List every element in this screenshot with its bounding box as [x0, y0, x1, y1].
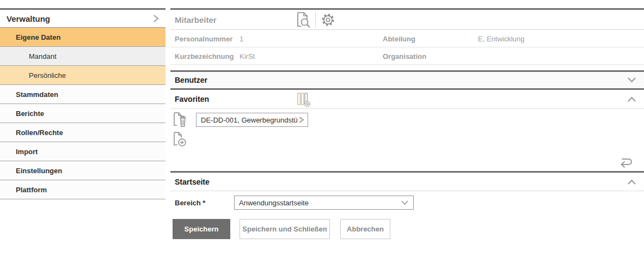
gear-icon[interactable]: [320, 12, 336, 28]
sidebar-item-label: Berichte: [16, 109, 44, 118]
favorite-item-label: DE-DD-001, Gewerbegrundstü: [197, 116, 298, 124]
document-plus-icon[interactable]: [173, 131, 187, 148]
cancel-button[interactable]: Abbrechen: [340, 219, 390, 239]
undo-arrow-icon[interactable]: [618, 155, 633, 169]
main-panel: Mitarbeiter: [170, 8, 644, 239]
section-header-benutzer[interactable]: Benutzer: [170, 72, 644, 88]
sidebar-item-einstellungen[interactable]: Einstellungen: [0, 161, 165, 180]
sidebar-item-import[interactable]: Import: [0, 142, 165, 161]
sidebar-item-label: Import: [16, 148, 38, 156]
header-actions: [296, 11, 336, 28]
abteilung-label: Abteilung: [383, 34, 415, 42]
chevron-up-icon[interactable]: [627, 96, 636, 102]
abteilung-value: E, Entwicklung: [478, 34, 524, 42]
sidebar-item-eigene-daten[interactable]: Eigene Daten: [0, 28, 165, 47]
chevron-down-icon[interactable]: [627, 77, 636, 83]
bereich-select[interactable]: Anwendungsstartseite: [234, 196, 414, 210]
organisation-label: Organisation: [383, 52, 426, 60]
app-window: Verwaltung Eigene Daten Mandant Persönli…: [0, 0, 644, 256]
sidebar-item-plattform[interactable]: Plattform: [0, 180, 165, 199]
chevron-right-icon[interactable]: [151, 14, 160, 23]
archive-gear-icon[interactable]: [297, 92, 311, 108]
personalnummer-value: 1: [240, 34, 243, 42]
divider: [315, 13, 316, 27]
section-header-startseite[interactable]: Startseite: [170, 173, 644, 191]
personalnummer-label: Personalnummer: [175, 34, 232, 42]
page-header: Mitarbeiter: [170, 10, 644, 30]
sidebar-item-persoenliche[interactable]: Persönliche: [0, 66, 165, 85]
spacer: [170, 65, 644, 70]
sidebar-item-label: Stammdaten: [16, 90, 58, 99]
bereich-selected-value: Anwendungsstartseite: [235, 199, 401, 207]
sidebar-header-verwaltung[interactable]: Verwaltung: [0, 10, 165, 28]
field-row-2: Kurzbezeichnung KirSt Organisation: [170, 47, 644, 65]
section-title: Startseite: [175, 178, 210, 186]
sidebar-item-label: Plattform: [16, 186, 47, 194]
sidebar: Verwaltung Eigene Daten Mandant Persönli…: [0, 8, 165, 199]
bereich-field-row: Bereich * Anwendungsstartseite: [170, 191, 644, 214]
sidebar-item-rollen-rechte[interactable]: Rollen/Rechte: [0, 123, 165, 142]
section-title: Benutzer: [175, 76, 207, 84]
sidebar-item-label: Einstellungen: [16, 167, 62, 175]
save-and-close-button[interactable]: Speichern und Schließen: [240, 219, 330, 239]
section-header-favoriten[interactable]: Favoriten: [170, 90, 644, 108]
sidebar-item-stammdaten[interactable]: Stammdaten: [0, 85, 165, 104]
sidebar-item-berichte[interactable]: Berichte: [0, 104, 165, 123]
kurzbezeichnung-label: Kurzbezeichnung: [175, 52, 234, 60]
sidebar-item-label: Persönliche: [29, 71, 66, 80]
favoriten-content: DE-DD-001, Gewerbegrundstü: [170, 108, 644, 171]
field-row-1: Personalnummer 1 Abteilung E, Entwicklun…: [170, 30, 644, 47]
sidebar-item-mandant[interactable]: Mandant: [0, 47, 165, 66]
favorite-item-chip[interactable]: DE-DD-001, Gewerbegrundstü: [196, 113, 308, 127]
action-buttons: Speichern Speichern und Schließen Abbrec…: [170, 219, 644, 239]
save-button[interactable]: Speichern: [173, 219, 230, 239]
sidebar-item-label: Eigene Daten: [16, 33, 60, 41]
sidebar-header-label: Verwaltung: [7, 14, 50, 23]
sidebar-item-label: Mandant: [29, 52, 57, 60]
sidebar-item-label: Rollen/Rechte: [16, 129, 63, 137]
document-trash-icon[interactable]: [173, 112, 187, 128]
kurzbezeichnung-value: KirSt: [240, 52, 255, 60]
page-title: Mitarbeiter: [170, 15, 217, 25]
chevron-down-icon: [401, 200, 413, 206]
document-search-icon[interactable]: [296, 11, 311, 28]
section-title: Favoriten: [175, 95, 209, 103]
bereich-label: Bereich *: [175, 198, 205, 206]
chevron-up-icon[interactable]: [627, 179, 636, 185]
chevron-right-icon[interactable]: [298, 116, 308, 124]
